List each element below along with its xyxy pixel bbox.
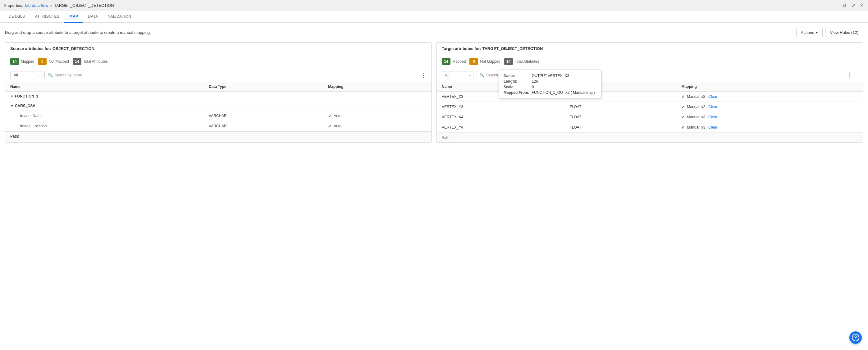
properties-label: Properties: (4, 3, 23, 8)
tab-data[interactable]: DATA (83, 11, 103, 23)
source-col-mapping: Mapping (323, 82, 431, 92)
source-total-label: Total Attributes (83, 59, 108, 64)
tooltip-row-mapped-from: Mapped From: FUNCTION_1_OUT.x2 ( Manual … (504, 90, 597, 95)
tab-attributes[interactable]: ATTRIBUTES (30, 11, 65, 23)
source-notmapped-stat: 0 Not Mapped (38, 58, 69, 65)
target-filter-wrapper: All Mapped Not Mapped (442, 71, 473, 79)
target-total-badge: 14 (504, 58, 513, 65)
target-attr-vertex-y4: VERTEX_Y4 (437, 122, 565, 133)
source-datatype-image-location: VARCHAR (204, 121, 323, 131)
tab-details[interactable]: DETAILS (4, 11, 30, 23)
target-notmapped-badge: 0 (469, 58, 478, 65)
title-bar-controls: ⧉ ⤢ × (842, 2, 864, 9)
restore-button[interactable]: ⧉ (842, 2, 847, 9)
expand-arrow-icon[interactable]: ▼ (10, 94, 14, 98)
tooltip-value-mapped-from: FUNCTION_1_OUT.x2 ( Manual map) (532, 90, 597, 95)
flow-link[interactable]: lab-data-flow (25, 3, 48, 8)
target-attr-vertex-x4: VERTEX_X4 (437, 112, 565, 122)
app-window: Properties: lab-data-flow » TARGET_OBJEC… (0, 0, 868, 350)
top-bar-actions: Actions ▾ View Rules (12) (796, 28, 863, 37)
source-stats-row: 14 Mapped 0 Not Mapped 14 Total Attribut… (5, 55, 431, 68)
source-mapped-stat: 14 Mapped (10, 58, 34, 65)
tooltip-value-name: OUTPUT.VERTEX_X3 (532, 73, 597, 78)
source-mapped-badge: 14 (10, 58, 19, 65)
drag-hint: Drag-and-drop a source attribute to a ta… (5, 30, 151, 35)
tooltip-label-mapped-from: Mapped From: (504, 90, 532, 95)
close-button[interactable]: × (859, 2, 864, 9)
clear-button-vertex-x3[interactable]: Clear (708, 94, 717, 99)
target-notmapped-stat: 0 Not Mapped (469, 58, 500, 65)
table-row: VERTEX_Y3 FLOAT ✔ Manual: y2 Clear (437, 102, 863, 112)
source-total-badge: 14 (73, 58, 82, 65)
clear-button-vertex-x4[interactable]: Clear (708, 115, 717, 119)
expand-arrow-icon[interactable]: ▼ (10, 104, 14, 108)
target-mapped-badge: 14 (442, 58, 451, 65)
source-attr-image-location: Image_Location (5, 121, 204, 131)
source-search-icon: 🔍 (48, 73, 53, 77)
target-mapped-stat: 14 Mapped (442, 58, 466, 65)
tooltip-value-length: 126 (532, 78, 597, 84)
target-filter-select[interactable]: All Mapped Not Mapped (442, 71, 473, 79)
maximize-button[interactable]: ⤢ (850, 2, 857, 9)
target-datatype-vertex-x4: FLOAT (565, 112, 677, 122)
check-icon: ✔ (681, 115, 685, 120)
actions-label: Actions (801, 30, 814, 35)
clear-button-vertex-y4[interactable]: Clear (708, 125, 717, 129)
target-panel: Target attributes for: TARGET_OBJECT_DET… (436, 42, 863, 142)
table-row: VERTEX_Y4 FLOAT ✔ Manual: y3 Clear (437, 122, 863, 133)
source-mapping-image-name: ✔ Auto (323, 111, 431, 121)
tooltip-label-length: Length: (504, 78, 532, 84)
help-button[interactable] (849, 331, 862, 344)
target-mapping-vertex-x4: ✔ Manual: x3 Clear (676, 112, 863, 122)
target-stats-row: 14 Mapped 0 Not Mapped 14 Total Attribut… (437, 55, 863, 68)
target-mapping-vertex-y3: ✔ Manual: y2 Clear (676, 102, 863, 112)
clear-button-vertex-y3[interactable]: Clear (708, 105, 717, 109)
target-mapping-vertex-x3: ✔ Manual: x2 Clear (676, 92, 863, 102)
source-attr-image-name: Image_Name (5, 111, 204, 121)
source-path-label: Path: (10, 134, 19, 138)
target-path-label: Path: (442, 135, 451, 140)
check-icon: ✔ (328, 113, 332, 118)
source-col-datatype: Data Type (204, 82, 323, 92)
check-icon: ✔ (681, 104, 685, 109)
source-mapping-image-location: ✔ Auto (323, 121, 431, 131)
target-col-mapping: Mapping (676, 82, 863, 92)
top-bar: Drag-and-drop a source attribute to a ta… (5, 28, 863, 37)
target-total-label: Total Attributes (515, 59, 539, 64)
source-more-icon[interactable]: ⋮ (421, 72, 426, 78)
source-path-row: Path: (5, 131, 431, 141)
title-bar: Properties: lab-data-flow » TARGET_OBJEC… (0, 0, 868, 11)
source-group-function1: ▼FUNCTION_1 (5, 92, 204, 101)
target-mapped-label: Mapped (452, 59, 466, 64)
actions-button[interactable]: Actions ▾ (796, 28, 823, 37)
view-rules-button[interactable]: View Rules (12) (825, 28, 863, 37)
tooltip-row-scale: Scale: 0 (504, 84, 597, 90)
source-filter-wrapper: All Mapped Not Mapped (10, 71, 42, 79)
tab-bar: DETAILS ATTRIBUTES MAP DATA VALIDATION (0, 11, 868, 23)
tooltip-label-name: Name: (504, 73, 532, 78)
source-panel-header: Source attributes for: OBJECT_DETECTION (5, 42, 431, 55)
source-table-header: Name Data Type Mapping (5, 82, 431, 92)
source-table: Name Data Type Mapping ▼FUNCTION_1 (5, 82, 431, 131)
source-filter-row: All Mapped Not Mapped 🔍 ⋮ (5, 68, 431, 82)
target-more-icon[interactable]: ⋮ (852, 72, 858, 78)
svg-point-1 (855, 339, 856, 340)
source-search-input[interactable] (55, 73, 415, 77)
target-mapping-vertex-y4: ✔ Manual: y3 Clear (676, 122, 863, 133)
source-search-wrapper: 🔍 (44, 71, 418, 79)
table-row: ▼FUNCTION_1 (5, 92, 431, 101)
table-row: ▼CARS_CSV (5, 101, 431, 111)
tab-map[interactable]: MAP (64, 11, 83, 23)
tooltip-label-scale: Scale: (504, 84, 532, 90)
check-icon: ✔ (681, 125, 685, 130)
tab-validation[interactable]: VALIDATION (103, 11, 136, 23)
target-datatype-vertex-y4: FLOAT (565, 122, 677, 133)
title-bar-left: Properties: lab-data-flow » TARGET_OBJEC… (4, 3, 114, 8)
source-datatype-image-name: VARCHAR (204, 111, 323, 121)
source-notmapped-badge: 0 (38, 58, 46, 65)
target-total-stat: 14 Total Attributes (504, 58, 539, 65)
source-notmapped-label: Not Mapped (49, 59, 69, 64)
source-filter-select[interactable]: All Mapped Not Mapped (10, 71, 42, 79)
source-group-cars-csv: ▼CARS_CSV (5, 101, 204, 111)
main-content: Drag-and-drop a source attribute to a ta… (0, 23, 868, 350)
